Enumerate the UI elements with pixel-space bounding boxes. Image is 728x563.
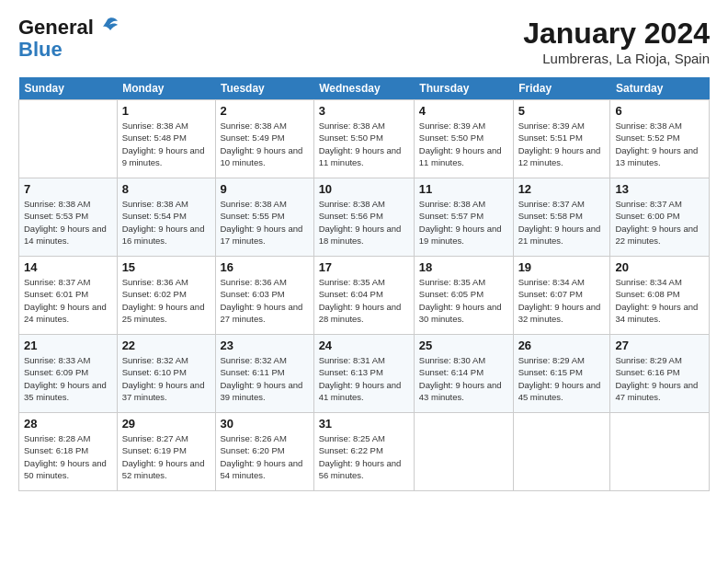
table-row: 24Sunrise: 8:31 AMSunset: 6:13 PMDayligh…	[313, 335, 414, 413]
table-row: 28Sunrise: 8:28 AMSunset: 6:18 PMDayligh…	[19, 413, 118, 491]
date-number: 22	[122, 339, 210, 352]
table-row: 20Sunrise: 8:34 AMSunset: 6:08 PMDayligh…	[610, 257, 710, 335]
date-number: 9	[221, 182, 309, 196]
table-row	[19, 100, 118, 178]
cell-info: Sunrise: 8:30 AMSunset: 6:14 PMDaylight:…	[419, 354, 508, 403]
table-row: 17Sunrise: 8:35 AMSunset: 6:04 PMDayligh…	[313, 257, 414, 335]
cell-info: Sunrise: 8:38 AMSunset: 5:49 PMDaylight:…	[221, 120, 309, 168]
date-number: 19	[518, 260, 606, 274]
col-header-tuesday: Tuesday	[215, 77, 313, 100]
table-row: 10Sunrise: 8:38 AMSunset: 5:56 PMDayligh…	[313, 178, 414, 257]
calendar-table: Sunday Monday Tuesday Wednesday Thursday…	[18, 77, 710, 491]
cell-info: Sunrise: 8:38 AMSunset: 5:53 PMDaylight:…	[24, 198, 112, 247]
cell-info: Sunrise: 8:39 AMSunset: 5:50 PMDaylight:…	[419, 120, 508, 168]
table-row: 31Sunrise: 8:25 AMSunset: 6:22 PMDayligh…	[313, 413, 414, 491]
table-row: 5Sunrise: 8:39 AMSunset: 5:51 PMDaylight…	[513, 100, 610, 178]
table-row: 7Sunrise: 8:38 AMSunset: 5:53 PMDaylight…	[19, 178, 118, 257]
date-number: 10	[319, 182, 409, 196]
table-row: 19Sunrise: 8:34 AMSunset: 6:07 PMDayligh…	[513, 257, 610, 335]
col-header-wednesday: Wednesday	[313, 77, 414, 100]
date-number: 28	[24, 417, 112, 431]
col-header-thursday: Thursday	[414, 77, 513, 100]
cell-info: Sunrise: 8:39 AMSunset: 5:51 PMDaylight:…	[518, 120, 606, 168]
date-number: 3	[319, 104, 409, 118]
date-number: 17	[319, 260, 409, 274]
cell-info: Sunrise: 8:34 AMSunset: 6:07 PMDaylight:…	[518, 276, 606, 325]
table-row: 6Sunrise: 8:38 AMSunset: 5:52 PMDaylight…	[610, 100, 710, 178]
cell-info: Sunrise: 8:32 AMSunset: 6:11 PMDaylight:…	[221, 354, 309, 403]
cell-info: Sunrise: 8:38 AMSunset: 5:56 PMDaylight:…	[319, 198, 409, 247]
table-row: 27Sunrise: 8:29 AMSunset: 6:16 PMDayligh…	[610, 335, 710, 413]
date-number: 7	[24, 182, 112, 196]
calendar-title: January 2024	[523, 17, 710, 51]
cell-info: Sunrise: 8:37 AMSunset: 6:01 PMDaylight:…	[24, 276, 112, 325]
cell-info: Sunrise: 8:25 AMSunset: 6:22 PMDaylight:…	[319, 432, 409, 481]
cell-info: Sunrise: 8:37 AMSunset: 5:58 PMDaylight:…	[518, 198, 606, 247]
table-row: 23Sunrise: 8:32 AMSunset: 6:11 PMDayligh…	[215, 335, 313, 413]
table-row: 12Sunrise: 8:37 AMSunset: 5:58 PMDayligh…	[513, 178, 610, 257]
logo-blue-text: Blue	[18, 39, 119, 61]
cell-info: Sunrise: 8:28 AMSunset: 6:18 PMDaylight:…	[24, 432, 112, 481]
header: General Blue January 2024 Lumbreras, La …	[18, 17, 710, 66]
date-number: 15	[122, 260, 210, 274]
table-row: 18Sunrise: 8:35 AMSunset: 6:05 PMDayligh…	[414, 257, 513, 335]
cell-info: Sunrise: 8:38 AMSunset: 5:50 PMDaylight:…	[319, 120, 409, 168]
table-row: 3Sunrise: 8:38 AMSunset: 5:50 PMDaylight…	[313, 100, 414, 178]
cell-info: Sunrise: 8:37 AMSunset: 6:00 PMDaylight:…	[615, 198, 704, 247]
table-row: 14Sunrise: 8:37 AMSunset: 6:01 PMDayligh…	[19, 257, 118, 335]
date-number: 27	[615, 339, 704, 352]
cell-info: Sunrise: 8:38 AMSunset: 5:48 PMDaylight:…	[122, 120, 210, 168]
date-number: 8	[122, 182, 210, 196]
table-row: 8Sunrise: 8:38 AMSunset: 5:54 PMDaylight…	[117, 178, 215, 257]
table-row: 13Sunrise: 8:37 AMSunset: 6:00 PMDayligh…	[610, 178, 710, 257]
date-number: 24	[319, 339, 409, 352]
table-row: 15Sunrise: 8:36 AMSunset: 6:02 PMDayligh…	[117, 257, 215, 335]
cell-info: Sunrise: 8:29 AMSunset: 6:15 PMDaylight:…	[518, 354, 606, 403]
cell-info: Sunrise: 8:34 AMSunset: 6:08 PMDaylight:…	[615, 276, 704, 325]
date-number: 29	[122, 417, 210, 431]
cell-info: Sunrise: 8:38 AMSunset: 5:57 PMDaylight:…	[419, 198, 508, 247]
logo: General Blue	[18, 17, 119, 61]
col-header-sunday: Sunday	[19, 77, 118, 100]
date-number: 16	[221, 260, 309, 274]
table-row: 22Sunrise: 8:32 AMSunset: 6:10 PMDayligh…	[117, 335, 215, 413]
cell-info: Sunrise: 8:29 AMSunset: 6:16 PMDaylight:…	[615, 354, 704, 403]
date-number: 23	[221, 339, 309, 352]
table-row	[610, 413, 710, 491]
table-row	[513, 413, 610, 491]
date-number: 14	[24, 260, 112, 274]
date-number: 11	[419, 182, 508, 196]
table-row: 16Sunrise: 8:36 AMSunset: 6:03 PMDayligh…	[215, 257, 313, 335]
date-number: 31	[319, 417, 409, 431]
table-row: 11Sunrise: 8:38 AMSunset: 5:57 PMDayligh…	[414, 178, 513, 257]
title-block: January 2024 Lumbreras, La Rioja, Spain	[523, 17, 710, 66]
col-header-friday: Friday	[513, 77, 610, 100]
date-number: 5	[518, 104, 606, 118]
date-number: 30	[221, 417, 309, 431]
date-number: 12	[518, 182, 606, 196]
cell-info: Sunrise: 8:35 AMSunset: 6:05 PMDaylight:…	[419, 276, 508, 325]
cell-info: Sunrise: 8:38 AMSunset: 5:52 PMDaylight:…	[615, 120, 704, 168]
date-number: 4	[419, 104, 508, 118]
table-row: 26Sunrise: 8:29 AMSunset: 6:15 PMDayligh…	[513, 335, 610, 413]
table-row: 1Sunrise: 8:38 AMSunset: 5:48 PMDaylight…	[117, 100, 215, 178]
table-row: 2Sunrise: 8:38 AMSunset: 5:49 PMDaylight…	[215, 100, 313, 178]
cell-info: Sunrise: 8:31 AMSunset: 6:13 PMDaylight:…	[319, 354, 409, 403]
calendar-page: General Blue January 2024 Lumbreras, La …	[0, 0, 728, 563]
table-row: 21Sunrise: 8:33 AMSunset: 6:09 PMDayligh…	[19, 335, 118, 413]
logo-text: General	[18, 17, 94, 39]
date-number: 26	[518, 339, 606, 352]
cell-info: Sunrise: 8:27 AMSunset: 6:19 PMDaylight:…	[122, 432, 210, 481]
table-row: 4Sunrise: 8:39 AMSunset: 5:50 PMDaylight…	[414, 100, 513, 178]
logo-bird-icon	[96, 16, 119, 38]
table-row: 25Sunrise: 8:30 AMSunset: 6:14 PMDayligh…	[414, 335, 513, 413]
cell-info: Sunrise: 8:32 AMSunset: 6:10 PMDaylight:…	[122, 354, 210, 403]
cell-info: Sunrise: 8:36 AMSunset: 6:03 PMDaylight:…	[221, 276, 309, 325]
date-number: 18	[419, 260, 508, 274]
col-header-monday: Monday	[117, 77, 215, 100]
table-row	[414, 413, 513, 491]
date-number: 25	[419, 339, 508, 352]
cell-info: Sunrise: 8:26 AMSunset: 6:20 PMDaylight:…	[221, 432, 309, 481]
cell-info: Sunrise: 8:36 AMSunset: 6:02 PMDaylight:…	[122, 276, 210, 325]
date-number: 6	[615, 104, 704, 118]
